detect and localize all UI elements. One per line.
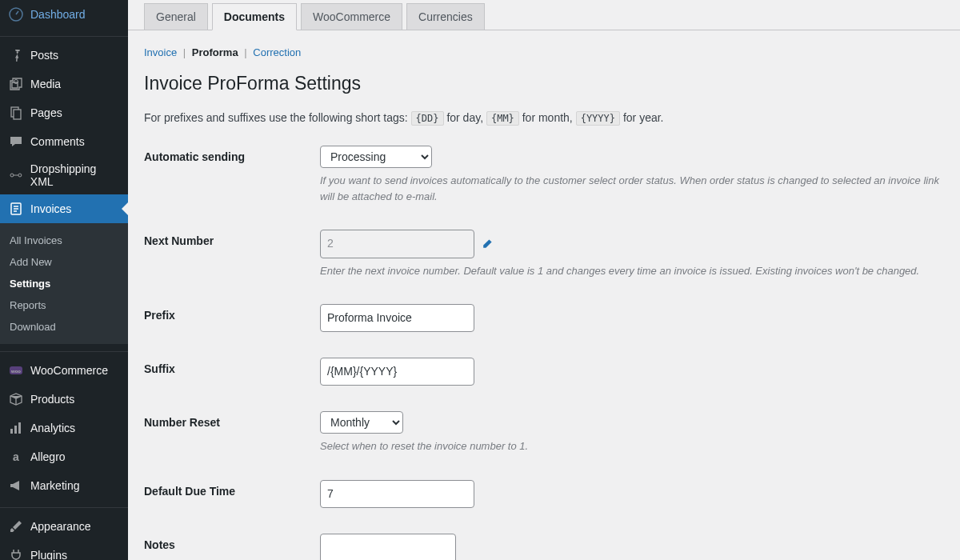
menu-separator	[0, 504, 128, 508]
menu-label: Media	[30, 78, 61, 90]
label-suffix: Suffix	[144, 358, 320, 375]
sidebar-item-products[interactable]: Products	[0, 385, 128, 414]
analytics-icon	[8, 420, 24, 436]
sidebar-item-woocommerce[interactable]: woo WooCommerce	[0, 356, 128, 385]
svg-point-5	[18, 174, 22, 177]
label-prefix: Prefix	[144, 304, 320, 322]
menu-label: Posts	[30, 49, 58, 62]
media-icon	[8, 76, 24, 92]
submenu-download[interactable]: Download	[0, 316, 128, 338]
label-automatic-sending: Automatic sending	[144, 146, 320, 163]
menu-label: Marketing	[30, 479, 79, 492]
select-number-reset[interactable]: Monthly	[320, 411, 403, 434]
input-prefix[interactable]	[320, 304, 474, 332]
tab-currencies[interactable]: Currencies	[406, 3, 485, 30]
svg-rect-9	[10, 429, 13, 434]
plug-icon	[8, 547, 24, 560]
menu-label: Dropshipping XML	[30, 162, 122, 188]
svg-text:a: a	[13, 450, 19, 463]
menu-label: Products	[30, 393, 74, 406]
submenu-reports[interactable]: Reports	[0, 294, 128, 316]
select-automatic-sending[interactable]: Processing	[320, 146, 432, 168]
sidebar-item-allegro[interactable]: a Allegro	[0, 442, 128, 471]
tag-dd: {DD}	[411, 111, 444, 126]
menu-label: Pages	[30, 106, 62, 119]
menu-label: Analytics	[30, 422, 75, 434]
intro-text: For prefixes and suffixes use the follow…	[144, 109, 944, 126]
sidebar-item-media[interactable]: Media	[0, 70, 128, 98]
input-default-due-time[interactable]	[320, 480, 474, 508]
pages-icon	[8, 105, 24, 121]
page-title: Invoice ProForma Settings	[144, 73, 944, 94]
sidebar-item-pages[interactable]: Pages	[0, 98, 128, 127]
input-next-number	[320, 230, 474, 258]
sidebar-item-plugins[interactable]: Plugins	[0, 541, 128, 560]
allegro-icon: a	[8, 449, 24, 465]
desc-automatic-sending: If you want to send invoices automatical…	[320, 173, 944, 204]
tab-documents[interactable]: Documents	[212, 3, 297, 30]
sidebar-item-dashboard[interactable]: Dashboard	[0, 0, 128, 29]
svg-rect-10	[14, 426, 17, 434]
pin-icon	[8, 47, 24, 63]
sidebar-submenu: All Invoices Add New Settings Reports Do…	[0, 223, 128, 344]
svg-point-4	[10, 174, 14, 177]
separator: |	[183, 46, 186, 58]
sidebar-item-invoices[interactable]: Invoices	[0, 194, 128, 223]
main-content: General Documents WooCommerce Currencies…	[128, 0, 960, 560]
edit-icon[interactable]	[481, 238, 494, 250]
input-suffix[interactable]	[320, 358, 474, 386]
subtab-invoice[interactable]: Invoice	[144, 46, 177, 58]
svg-point-1	[14, 80, 18, 84]
sidebar-item-posts[interactable]: Posts	[0, 41, 128, 70]
sidebar-item-analytics[interactable]: Analytics	[0, 414, 128, 442]
sidebar-item-dropshipping[interactable]: Dropshipping XML	[0, 156, 128, 194]
tab-woocommerce[interactable]: WooCommerce	[301, 3, 402, 30]
tag-mm: {MM}	[486, 111, 519, 126]
menu-label: Comments	[30, 135, 85, 148]
menu-label: Appearance	[30, 520, 91, 533]
label-number-reset: Number Reset	[144, 411, 320, 429]
megaphone-icon	[8, 478, 24, 494]
submenu-add-new[interactable]: Add New	[0, 251, 128, 273]
label-next-number: Next Number	[144, 230, 320, 247]
menu-label: Invoices	[30, 202, 71, 215]
code-icon	[8, 167, 24, 183]
desc-number-reset: Select when to reset the invoice number …	[320, 438, 944, 454]
menu-label: Dashboard	[30, 8, 86, 21]
label-default-due-time: Default Due Time	[144, 480, 320, 498]
submenu-all-invoices[interactable]: All Invoices	[0, 230, 128, 251]
products-icon	[8, 391, 24, 407]
svg-rect-11	[18, 422, 21, 434]
svg-text:woo: woo	[10, 369, 21, 374]
menu-label: WooCommerce	[30, 364, 108, 377]
separator: |	[244, 46, 246, 58]
sidebar-item-comments[interactable]: Comments	[0, 127, 128, 156]
dashboard-icon	[8, 6, 24, 22]
comments-icon	[8, 134, 24, 150]
admin-sidebar: Dashboard Posts Media Pages Comments Dro…	[0, 0, 128, 560]
label-notes: Notes	[144, 534, 320, 551]
menu-separator	[0, 33, 128, 37]
document-type-nav: Invoice | Proforma | Correction	[144, 46, 944, 58]
menu-label: Plugins	[30, 549, 67, 560]
brush-icon	[8, 518, 24, 534]
sidebar-item-appearance[interactable]: Appearance	[0, 512, 128, 541]
subtab-proforma[interactable]: Proforma	[192, 46, 238, 58]
woo-icon: woo	[8, 362, 24, 378]
desc-next-number: Enter the next invoice number. Default v…	[320, 263, 944, 279]
subtab-correction[interactable]: Correction	[253, 46, 301, 58]
settings-tabs: General Documents WooCommerce Currencies	[128, 0, 960, 30]
invoices-icon	[8, 201, 24, 217]
tab-general[interactable]: General	[144, 3, 208, 30]
tag-yyyy: {YYYY}	[576, 111, 620, 126]
sidebar-item-marketing[interactable]: Marketing	[0, 471, 128, 500]
textarea-notes[interactable]	[320, 534, 456, 560]
submenu-settings[interactable]: Settings	[0, 273, 128, 294]
menu-separator	[0, 348, 128, 352]
menu-label: Allegro	[30, 450, 66, 463]
svg-rect-3	[14, 110, 21, 119]
